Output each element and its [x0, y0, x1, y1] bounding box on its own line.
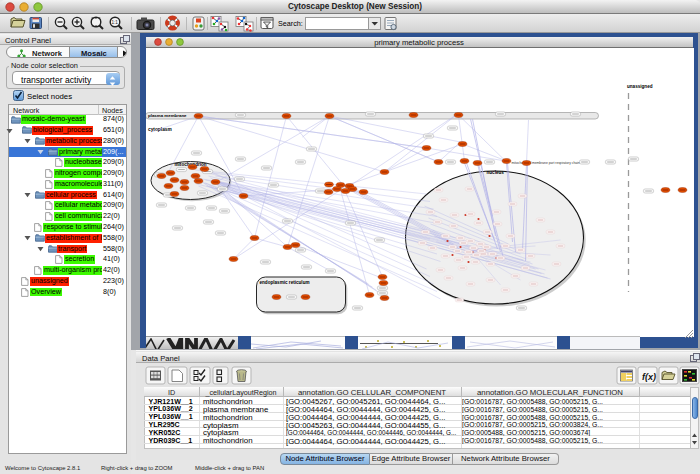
svg-text:nucleus: nucleus — [486, 170, 504, 175]
svg-text:f(x): f(x) — [642, 372, 656, 382]
svg-text:Search:: Search: — [278, 19, 303, 28]
svg-text:unassigned: unassigned — [627, 84, 653, 89]
svg-text:plasma membrane: plasma membrane — [148, 113, 187, 118]
svg-text:1:1: 1:1 — [112, 20, 119, 25]
svg-text:mitochondrial membrane part re: mitochondrial membrane part respiratory … — [511, 161, 579, 165]
svg-text:endoplasmic reticulum: endoplasmic reticulum — [259, 280, 309, 285]
